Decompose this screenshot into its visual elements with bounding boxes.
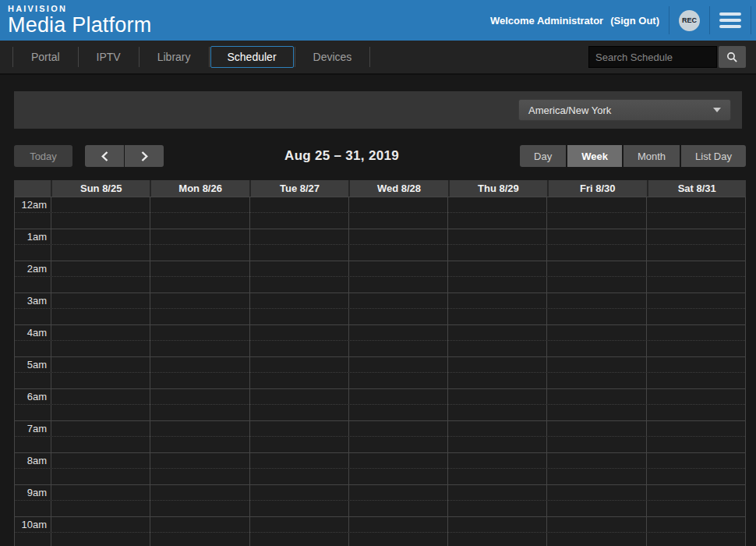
time-slot[interactable] — [249, 293, 348, 324]
time-slot[interactable] — [51, 261, 150, 292]
time-slot[interactable] — [51, 229, 150, 261]
time-slot[interactable] — [646, 197, 745, 229]
time-slot[interactable] — [447, 261, 546, 292]
time-slot[interactable] — [249, 453, 348, 484]
time-slot[interactable] — [546, 325, 645, 356]
time-slot[interactable] — [447, 485, 546, 516]
time-slot[interactable] — [249, 485, 348, 516]
main-nav: PortalIPTVLibrarySchedulerDevices — [0, 41, 756, 75]
time-slot[interactable] — [546, 517, 645, 546]
time-slot[interactable] — [646, 325, 745, 356]
time-slot[interactable] — [249, 197, 348, 229]
time-slot[interactable] — [546, 453, 645, 484]
time-slot[interactable] — [546, 229, 645, 261]
prev-week-button[interactable] — [85, 145, 124, 167]
time-slot[interactable] — [447, 517, 546, 546]
time-slot[interactable] — [348, 229, 447, 261]
time-slot[interactable] — [447, 229, 546, 261]
time-slot[interactable] — [249, 389, 348, 420]
time-slot[interactable] — [150, 357, 249, 388]
time-slot[interactable] — [646, 421, 745, 452]
time-slot[interactable] — [646, 293, 745, 324]
time-label: 1am — [15, 229, 51, 261]
time-slot[interactable] — [150, 389, 249, 420]
welcome-text: Welcome Administrator — [490, 15, 603, 27]
tab-portal[interactable]: Portal — [14, 46, 77, 68]
time-slot[interactable] — [546, 197, 645, 229]
time-slot[interactable] — [348, 261, 447, 292]
time-slot[interactable] — [546, 421, 645, 452]
time-slot[interactable] — [150, 293, 249, 324]
time-slot[interactable] — [249, 261, 348, 292]
search-button[interactable] — [719, 46, 746, 68]
hamburger-icon[interactable] — [719, 11, 741, 30]
time-slot[interactable] — [646, 389, 745, 420]
tab-scheduler[interactable]: Scheduler — [210, 46, 294, 68]
time-slot[interactable] — [447, 453, 546, 484]
time-slot[interactable] — [150, 485, 249, 516]
time-slot[interactable] — [150, 453, 249, 484]
time-slot[interactable] — [150, 325, 249, 356]
today-button[interactable]: Today — [14, 145, 72, 167]
time-slot[interactable] — [447, 197, 546, 229]
time-slot[interactable] — [51, 325, 150, 356]
time-slot[interactable] — [646, 357, 745, 388]
view-day-button[interactable]: Day — [520, 145, 566, 167]
time-slot[interactable] — [348, 389, 447, 420]
view-list-day-button[interactable]: List Day — [681, 145, 746, 167]
time-slot[interactable] — [646, 453, 745, 484]
time-slot[interactable] — [150, 421, 249, 452]
time-slot[interactable] — [249, 517, 348, 546]
time-slot[interactable] — [646, 229, 745, 261]
time-slot[interactable] — [447, 325, 546, 356]
time-slot[interactable] — [150, 229, 249, 261]
time-slot[interactable] — [348, 197, 447, 229]
time-slot[interactable] — [646, 517, 745, 546]
time-slot[interactable] — [447, 293, 546, 324]
calendar-controls: Today Aug 25 – 31, 2019 DayWeekMonthList… — [14, 145, 746, 167]
time-slot[interactable] — [447, 357, 546, 388]
time-slot[interactable] — [348, 485, 447, 516]
time-slot[interactable] — [51, 293, 150, 324]
time-slot[interactable] — [51, 485, 150, 516]
time-slot[interactable] — [348, 357, 447, 388]
time-slot[interactable] — [51, 357, 150, 388]
time-slot[interactable] — [51, 389, 150, 420]
view-week-button[interactable]: Week — [567, 145, 622, 167]
rec-badge[interactable]: REC — [679, 10, 700, 31]
time-slot[interactable] — [546, 261, 645, 292]
time-slot[interactable] — [348, 517, 447, 546]
time-slot[interactable] — [150, 197, 249, 229]
time-slot[interactable] — [348, 421, 447, 452]
time-slot[interactable] — [150, 261, 249, 292]
time-slot[interactable] — [447, 421, 546, 452]
time-slot[interactable] — [51, 197, 150, 229]
time-slot[interactable] — [646, 261, 745, 292]
next-week-button[interactable] — [125, 145, 164, 167]
time-slot[interactable] — [249, 357, 348, 388]
time-slot[interactable] — [348, 293, 447, 324]
view-month-button[interactable]: Month — [624, 145, 680, 167]
time-slot[interactable] — [546, 485, 645, 516]
time-slot[interactable] — [546, 357, 645, 388]
tab-iptv[interactable]: IPTV — [79, 46, 138, 68]
time-slot[interactable] — [348, 325, 447, 356]
tab-library[interactable]: Library — [140, 46, 208, 68]
hour-row: 1am — [15, 229, 745, 261]
timezone-select[interactable]: America/New York — [518, 99, 731, 121]
sign-out-link[interactable]: (Sign Out) — [610, 15, 659, 27]
time-slot[interactable] — [546, 389, 645, 420]
time-slot[interactable] — [51, 517, 150, 546]
time-slot[interactable] — [150, 517, 249, 546]
search-input[interactable] — [588, 46, 717, 68]
time-slot[interactable] — [51, 421, 150, 452]
time-slot[interactable] — [447, 389, 546, 420]
time-slot[interactable] — [546, 293, 645, 324]
time-slot[interactable] — [646, 485, 745, 516]
time-slot[interactable] — [51, 453, 150, 484]
time-slot[interactable] — [249, 229, 348, 261]
tab-devices[interactable]: Devices — [296, 46, 369, 68]
time-slot[interactable] — [249, 325, 348, 356]
time-slot[interactable] — [249, 421, 348, 452]
time-slot[interactable] — [348, 453, 447, 484]
